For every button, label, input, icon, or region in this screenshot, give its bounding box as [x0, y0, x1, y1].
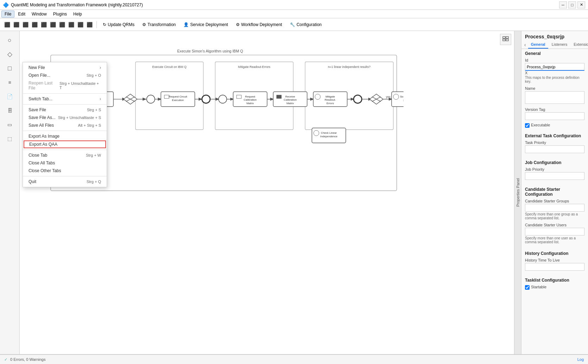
minimize-button[interactable]: ─: [559, 1, 567, 8]
id-field: Id X This maps to the process definition…: [525, 58, 584, 83]
left-toolbar: ○ ◇ □ ≡ 📄 🗄 ▭ ⬚: [0, 31, 20, 354]
startable-label: Startable: [531, 285, 546, 289]
service-deployment-icon: 👤: [183, 22, 189, 27]
align-center-btn[interactable]: ⬛: [12, 20, 20, 29]
tab-general[interactable]: General: [528, 41, 548, 49]
svg-rect-0: [503, 37, 505, 38]
toolbar-sep-1: [96, 21, 97, 28]
svg-rect-41: [277, 95, 281, 99]
executable-label: Executable: [531, 123, 550, 127]
startable-checkbox[interactable]: [525, 285, 530, 290]
name-input[interactable]: [525, 91, 584, 104]
properties-panel-handle-label: Properties Panel: [516, 178, 520, 207]
menu-save-all-files[interactable]: Save All Files Alt + Strg + S: [23, 121, 107, 129]
align-top-btn[interactable]: ⬛: [67, 20, 75, 29]
id-version-label: X: [525, 71, 584, 75]
svg-text:Mitigate: Mitigate: [325, 95, 335, 98]
tab-extensions[interactable]: Extensions: [571, 41, 588, 49]
tool-rect[interactable]: □: [4, 62, 16, 75]
menu-export-image[interactable]: Export As Image: [23, 132, 107, 140]
menu-bar: File Edit Window Plugins Help: [0, 10, 588, 18]
space-h-btn[interactable]: ⬛: [49, 20, 57, 29]
menu-new-file[interactable]: New File ›: [23, 64, 107, 71]
version-tag-field: Version Tag: [525, 107, 584, 120]
space-v-btn[interactable]: ⬛: [58, 20, 66, 29]
menu-switch-tab[interactable]: Switch Tab... ›: [23, 95, 107, 103]
menu-edit[interactable]: Edit: [15, 11, 28, 17]
startable-row: Startable: [525, 285, 584, 290]
panel-nav-left[interactable]: ‹: [523, 41, 527, 48]
main-layout: ○ ◇ □ ≡ 📄 🗄 ▭ ⬚ Execute Simon's Algorith…: [0, 31, 588, 354]
svg-text:Independence: Independence: [320, 135, 338, 138]
title-bar: 🔷 QuantME Modeling and Transformation Fr…: [0, 0, 588, 10]
svg-text:Calibration: Calibration: [284, 98, 297, 101]
version-tag-input[interactable]: [525, 112, 584, 120]
tool-dashed[interactable]: ⬚: [4, 132, 16, 145]
candidate-starter-title: Candidate Starter Configuration: [525, 187, 584, 197]
align-bottom-btn[interactable]: ⬛: [85, 20, 94, 29]
svg-text:Calibration: Calibration: [244, 98, 257, 101]
align-middle-btn[interactable]: ⬛: [76, 20, 85, 29]
log-label[interactable]: Log: [577, 357, 584, 362]
menu-save-file[interactable]: Save File Strg + S: [23, 106, 107, 114]
canvas-scroll-button[interactable]: [500, 34, 511, 45]
tasklist-config-title: Tasklist Configuration: [525, 278, 584, 283]
tab-listeners[interactable]: Listeners: [549, 41, 570, 49]
menu-plugins[interactable]: Plugins: [50, 11, 70, 17]
svg-text:Execution: Execution: [172, 99, 184, 102]
menu-close-other-tabs[interactable]: Close Other Tabs: [23, 167, 107, 175]
status-bar: ✓ 0 Errors, 0 Warnings Log: [0, 354, 588, 364]
tool-diamond[interactable]: ◇: [4, 48, 16, 61]
tool-pool[interactable]: ▭: [4, 118, 16, 131]
tool-doc[interactable]: 📄: [4, 90, 16, 103]
sep-4: [23, 150, 107, 150]
menu-file[interactable]: File: [1, 11, 14, 18]
window-controls[interactable]: ─ □ ✕: [559, 1, 585, 8]
menu-window[interactable]: Window: [29, 11, 50, 17]
toolbar: ⬛ ⬛ ⬛ ⬛ ⬛ ⬛ ⬛ ⬛ ⬛ ⬛ ↻ Update QRMs ⚙ Tran…: [0, 18, 588, 31]
configuration-button[interactable]: 🔧 Configuration: [287, 20, 325, 30]
align-right-btn[interactable]: ⬛: [21, 20, 30, 29]
distribute-v-btn[interactable]: ⬛: [39, 20, 48, 29]
definition-note: This maps to the process definition key.: [525, 76, 584, 83]
panel-tabs: ‹ General Listeners Extensions ›: [521, 41, 588, 49]
candidate-users-input[interactable]: [525, 228, 584, 236]
version-tag-label: Version Tag: [525, 107, 584, 112]
svg-text:System: System: [403, 99, 404, 102]
new-file-arrow: ›: [100, 65, 101, 70]
maximize-button[interactable]: □: [568, 1, 576, 8]
id-input[interactable]: [525, 63, 584, 71]
history-ttl-input[interactable]: [525, 263, 584, 271]
menu-close-tab[interactable]: Close Tab Strg + W: [23, 151, 107, 159]
properties-panel-handle[interactable]: Properties Panel: [514, 31, 521, 354]
menu-quit[interactable]: Quit Strg + Q: [23, 178, 107, 186]
executable-checkbox[interactable]: [525, 123, 530, 128]
history-config-title: History Configuration: [525, 251, 584, 256]
menu-save-file-as[interactable]: Save File As... Strg + Umschalttaste + S: [23, 114, 107, 121]
candidate-users-label: Candidate Starter Users: [525, 223, 584, 227]
svg-text:Mitigate Readout-Errors: Mitigate Readout-Errors: [238, 65, 271, 69]
job-priority-input[interactable]: [525, 172, 584, 180]
candidate-groups-input[interactable]: [525, 204, 584, 212]
align-left-btn[interactable]: ⬛: [3, 20, 11, 29]
close-button[interactable]: ✕: [577, 1, 585, 8]
tool-db[interactable]: 🗄: [4, 104, 16, 117]
update-qrms-button[interactable]: ↻ Update QRMs: [100, 20, 138, 30]
service-deployment-button[interactable]: 👤 Service Deployment: [180, 20, 231, 30]
menu-help[interactable]: Help: [70, 11, 85, 17]
menu-close-all-tabs[interactable]: Close All Tabs: [23, 159, 107, 167]
menu-open-file[interactable]: Open File... Strg + O: [23, 71, 107, 79]
workflow-deployment-button[interactable]: ⚙ Workflow Deployment: [233, 20, 285, 30]
transformation-icon: ⚙: [142, 22, 146, 27]
distribute-h-btn[interactable]: ⬛: [30, 20, 39, 29]
tool-circle[interactable]: ○: [4, 34, 16, 46]
section-job: Job Configuration Job Priority: [521, 158, 588, 185]
transformation-button[interactable]: ⚙ Transformation: [139, 20, 179, 30]
canvas-area[interactable]: Execute Simon's Algorithm using IBM Q Ex…: [20, 31, 514, 354]
menu-export-qaa[interactable]: Export As QAA: [24, 140, 106, 148]
svg-rect-1: [506, 37, 508, 38]
task-priority-input[interactable]: [525, 145, 584, 153]
tool-data[interactable]: ≡: [4, 76, 16, 89]
sep-5: [23, 176, 107, 176]
svg-text:Errors: Errors: [326, 102, 334, 105]
